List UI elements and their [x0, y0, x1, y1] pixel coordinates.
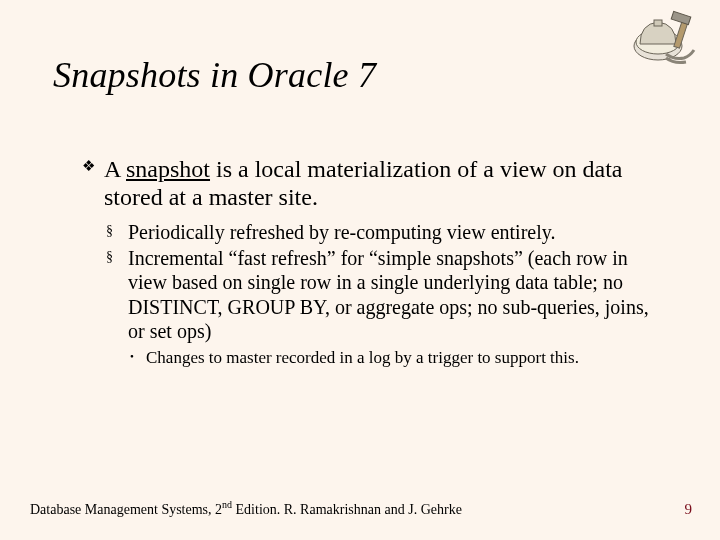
sub-sub-bullets: • Changes to master recorded in a log by…	[130, 348, 662, 368]
footer-citation: Database Management Systems, 2nd Edition…	[30, 499, 462, 518]
bullet-level-2: § Incremental “fast refresh” for “simple…	[106, 246, 662, 344]
footer-pre: Database Management Systems, 2	[30, 502, 222, 517]
b3-text: Changes to master recorded in a log by a…	[146, 348, 579, 367]
bullet-level-3: • Changes to master recorded in a log by…	[130, 348, 662, 368]
slide-title: Snapshots in Oracle 7	[53, 54, 376, 96]
slide-body: ❖ A snapshot is a local materialization …	[82, 155, 662, 368]
sub-bullets: § Periodically refreshed by re-computing…	[106, 220, 662, 368]
square-bullet-icon: §	[106, 248, 113, 265]
bullet-level-1: ❖ A snapshot is a local materialization …	[82, 155, 662, 212]
diamond-bullet-icon: ❖	[82, 158, 95, 176]
footer-sup: nd	[222, 499, 232, 510]
footer-post: Edition. R. Ramakrishnan and J. Gehrke	[232, 502, 462, 517]
svg-rect-4	[671, 11, 691, 24]
page-number: 9	[685, 501, 693, 518]
bullet-level-2: § Periodically refreshed by re-computing…	[106, 220, 662, 244]
svg-rect-2	[654, 20, 662, 26]
dot-bullet-icon: •	[130, 350, 134, 363]
slide: Snapshots in Oracle 7 ❖ A snapshot is a …	[0, 0, 720, 540]
b2a-text: Periodically refreshed by re-computing v…	[128, 221, 555, 243]
b1-text-pre: A	[104, 156, 126, 182]
square-bullet-icon: §	[106, 222, 113, 239]
b2b-text: Incremental “fast refresh” for “simple s…	[128, 247, 649, 342]
b1-snapshot-word: snapshot	[126, 156, 210, 182]
hardhat-hammer-icon	[620, 10, 700, 70]
